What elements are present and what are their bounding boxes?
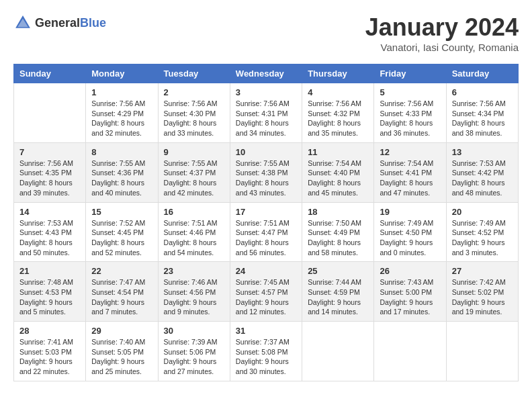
day-info: Sunrise: 7:49 AMSunset: 4:52 PMDaylight:… bbox=[452, 218, 513, 258]
calendar-cell: 21 Sunrise: 7:48 AMSunset: 4:53 PMDaylig… bbox=[14, 262, 86, 322]
weekday-header: Friday bbox=[374, 64, 446, 83]
day-number: 13 bbox=[452, 147, 513, 157]
day-info: Sunrise: 7:45 AMSunset: 4:57 PMDaylight:… bbox=[236, 277, 296, 317]
calendar-cell: 24 Sunrise: 7:45 AMSunset: 4:57 PMDaylig… bbox=[230, 262, 302, 322]
calendar-cell: 11 Sunrise: 7:54 AMSunset: 4:40 PMDaylig… bbox=[302, 142, 374, 202]
calendar-week-row: 14 Sunrise: 7:53 AMSunset: 4:43 PMDaylig… bbox=[14, 202, 519, 262]
calendar-cell: 14 Sunrise: 7:53 AMSunset: 4:43 PMDaylig… bbox=[14, 202, 86, 262]
day-info: Sunrise: 7:42 AMSunset: 5:02 PMDaylight:… bbox=[452, 277, 513, 317]
weekday-header: Saturday bbox=[446, 64, 518, 83]
weekday-header: Wednesday bbox=[230, 64, 302, 83]
calendar-week-row: 1 Sunrise: 7:56 AMSunset: 4:29 PMDayligh… bbox=[14, 83, 519, 143]
calendar-cell: 17 Sunrise: 7:51 AMSunset: 4:47 PMDaylig… bbox=[230, 202, 302, 262]
day-number: 28 bbox=[19, 326, 80, 336]
location-title: Vanatori, Iasi County, Romania bbox=[365, 42, 519, 53]
calendar-week-row: 7 Sunrise: 7:56 AMSunset: 4:35 PMDayligh… bbox=[14, 142, 519, 202]
calendar-cell: 1 Sunrise: 7:56 AMSunset: 4:29 PMDayligh… bbox=[86, 83, 158, 143]
day-number: 10 bbox=[236, 147, 296, 157]
day-number: 15 bbox=[91, 207, 152, 217]
day-number: 19 bbox=[380, 207, 440, 217]
calendar-cell: 19 Sunrise: 7:49 AMSunset: 4:50 PMDaylig… bbox=[374, 202, 446, 262]
day-number: 29 bbox=[91, 326, 152, 336]
calendar-cell: 8 Sunrise: 7:55 AMSunset: 4:36 PMDayligh… bbox=[86, 142, 158, 202]
day-info: Sunrise: 7:51 AMSunset: 4:47 PMDaylight:… bbox=[236, 218, 296, 258]
calendar-cell: 16 Sunrise: 7:51 AMSunset: 4:46 PMDaylig… bbox=[158, 202, 230, 262]
day-info: Sunrise: 7:52 AMSunset: 4:45 PMDaylight:… bbox=[91, 218, 152, 258]
day-number: 31 bbox=[236, 326, 296, 336]
day-info: Sunrise: 7:56 AMSunset: 4:31 PMDaylight:… bbox=[236, 99, 296, 138]
calendar-cell: 25 Sunrise: 7:44 AMSunset: 4:59 PMDaylig… bbox=[302, 262, 374, 322]
day-info: Sunrise: 7:50 AMSunset: 4:49 PMDaylight:… bbox=[308, 218, 368, 258]
day-number: 12 bbox=[380, 147, 440, 157]
day-info: Sunrise: 7:54 AMSunset: 4:41 PMDaylight:… bbox=[380, 158, 440, 198]
day-number: 2 bbox=[164, 87, 224, 97]
calendar-cell: 20 Sunrise: 7:49 AMSunset: 4:52 PMDaylig… bbox=[446, 202, 518, 262]
day-info: Sunrise: 7:56 AMSunset: 4:32 PMDaylight:… bbox=[308, 99, 368, 138]
day-number: 23 bbox=[164, 266, 224, 276]
day-number: 27 bbox=[452, 266, 513, 276]
calendar-cell bbox=[302, 322, 374, 381]
calendar-cell: 13 Sunrise: 7:53 AMSunset: 4:42 PMDaylig… bbox=[446, 142, 518, 202]
day-info: Sunrise: 7:49 AMSunset: 4:50 PMDaylight:… bbox=[380, 218, 440, 258]
calendar-cell: 22 Sunrise: 7:47 AMSunset: 4:54 PMDaylig… bbox=[86, 262, 158, 322]
calendar-cell: 23 Sunrise: 7:46 AMSunset: 4:56 PMDaylig… bbox=[158, 262, 230, 322]
day-info: Sunrise: 7:53 AMSunset: 4:42 PMDaylight:… bbox=[452, 158, 513, 198]
day-number: 8 bbox=[91, 147, 152, 157]
day-number: 26 bbox=[380, 266, 440, 276]
day-number: 11 bbox=[308, 147, 368, 157]
calendar-cell: 18 Sunrise: 7:50 AMSunset: 4:49 PMDaylig… bbox=[302, 202, 374, 262]
calendar-cell: 28 Sunrise: 7:41 AMSunset: 5:03 PMDaylig… bbox=[14, 322, 86, 381]
calendar-cell: 31 Sunrise: 7:37 AMSunset: 5:08 PMDaylig… bbox=[230, 322, 302, 381]
day-info: Sunrise: 7:40 AMSunset: 5:05 PMDaylight:… bbox=[91, 337, 152, 377]
day-number: 3 bbox=[236, 87, 296, 97]
day-number: 20 bbox=[452, 207, 513, 217]
day-info: Sunrise: 7:54 AMSunset: 4:40 PMDaylight:… bbox=[308, 158, 368, 198]
calendar-cell: 3 Sunrise: 7:56 AMSunset: 4:31 PMDayligh… bbox=[230, 83, 302, 143]
calendar-table: SundayMondayTuesdayWednesdayThursdayFrid… bbox=[13, 64, 519, 381]
calendar-cell: 4 Sunrise: 7:56 AMSunset: 4:32 PMDayligh… bbox=[302, 83, 374, 143]
title-area: January 2024 Vanatori, Iasi County, Roma… bbox=[365, 13, 519, 53]
page-header: GeneralBlue January 2024 Vanatori, Iasi … bbox=[13, 13, 519, 53]
day-info: Sunrise: 7:56 AMSunset: 4:35 PMDaylight:… bbox=[19, 158, 80, 198]
day-info: Sunrise: 7:55 AMSunset: 4:38 PMDaylight:… bbox=[236, 158, 296, 198]
weekday-header: Tuesday bbox=[158, 64, 230, 83]
day-number: 22 bbox=[91, 266, 152, 276]
day-info: Sunrise: 7:55 AMSunset: 4:36 PMDaylight:… bbox=[91, 158, 152, 198]
logo-icon bbox=[13, 13, 32, 32]
day-info: Sunrise: 7:39 AMSunset: 5:06 PMDaylight:… bbox=[164, 337, 224, 377]
day-info: Sunrise: 7:41 AMSunset: 5:03 PMDaylight:… bbox=[19, 337, 80, 377]
calendar-cell: 7 Sunrise: 7:56 AMSunset: 4:35 PMDayligh… bbox=[14, 142, 86, 202]
day-number: 1 bbox=[91, 87, 152, 97]
day-info: Sunrise: 7:46 AMSunset: 4:56 PMDaylight:… bbox=[164, 277, 224, 317]
calendar-cell: 27 Sunrise: 7:42 AMSunset: 5:02 PMDaylig… bbox=[446, 262, 518, 322]
month-title: January 2024 bbox=[365, 13, 519, 42]
logo-general: General bbox=[35, 16, 80, 30]
logo: GeneralBlue bbox=[13, 13, 106, 32]
calendar-cell: 10 Sunrise: 7:55 AMSunset: 4:38 PMDaylig… bbox=[230, 142, 302, 202]
calendar-cell: 30 Sunrise: 7:39 AMSunset: 5:06 PMDaylig… bbox=[158, 322, 230, 381]
calendar-cell: 9 Sunrise: 7:55 AMSunset: 4:37 PMDayligh… bbox=[158, 142, 230, 202]
day-info: Sunrise: 7:44 AMSunset: 4:59 PMDaylight:… bbox=[308, 277, 368, 317]
calendar-cell: 2 Sunrise: 7:56 AMSunset: 4:30 PMDayligh… bbox=[158, 83, 230, 143]
day-info: Sunrise: 7:43 AMSunset: 5:00 PMDaylight:… bbox=[380, 277, 440, 317]
calendar-cell bbox=[446, 322, 518, 381]
day-number: 17 bbox=[236, 207, 296, 217]
day-number: 6 bbox=[452, 87, 513, 97]
calendar-cell: 15 Sunrise: 7:52 AMSunset: 4:45 PMDaylig… bbox=[86, 202, 158, 262]
day-number: 14 bbox=[19, 207, 80, 217]
day-info: Sunrise: 7:56 AMSunset: 4:29 PMDaylight:… bbox=[91, 99, 152, 138]
logo-blue: Blue bbox=[80, 16, 106, 30]
weekday-header: Sunday bbox=[14, 64, 86, 83]
day-info: Sunrise: 7:56 AMSunset: 4:30 PMDaylight:… bbox=[164, 99, 224, 138]
day-number: 5 bbox=[380, 87, 440, 97]
calendar-cell: 29 Sunrise: 7:40 AMSunset: 5:05 PMDaylig… bbox=[86, 322, 158, 381]
calendar-week-row: 28 Sunrise: 7:41 AMSunset: 5:03 PMDaylig… bbox=[14, 322, 519, 381]
calendar-cell: 12 Sunrise: 7:54 AMSunset: 4:41 PMDaylig… bbox=[374, 142, 446, 202]
weekday-header: Monday bbox=[86, 64, 158, 83]
calendar-cell: 6 Sunrise: 7:56 AMSunset: 4:34 PMDayligh… bbox=[446, 83, 518, 143]
day-number: 16 bbox=[164, 207, 224, 217]
day-info: Sunrise: 7:55 AMSunset: 4:37 PMDaylight:… bbox=[164, 158, 224, 198]
day-number: 30 bbox=[164, 326, 224, 336]
calendar-cell bbox=[374, 322, 446, 381]
day-info: Sunrise: 7:51 AMSunset: 4:46 PMDaylight:… bbox=[164, 218, 224, 258]
